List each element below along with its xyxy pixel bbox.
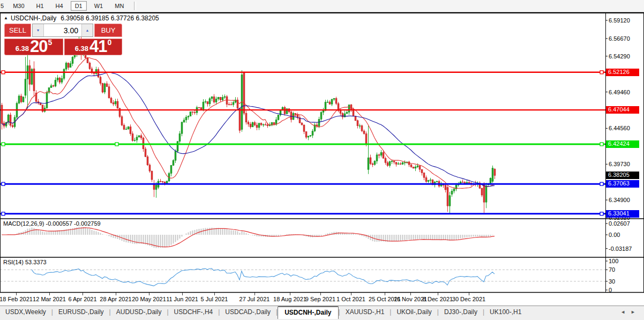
date-tick-label: 28 Apr 2021 <box>100 296 131 302</box>
date-tick-label: 9 Sep 2021 <box>305 296 335 302</box>
date-tick-label: 12 Mar 2021 <box>33 296 66 302</box>
volume-input[interactable]: 3.00 <box>44 24 81 36</box>
price-tick-label: 6.34900 <box>609 197 630 203</box>
sell-price-display[interactable]: 6.38 20 5 <box>4 39 63 55</box>
rsi-value: 53.3373 <box>25 259 47 265</box>
date-tick-label: 16 Nov 2021 <box>394 296 427 302</box>
price-tick-label: 6.44560 <box>609 125 630 131</box>
level-price-label: 6.33041 <box>606 210 639 218</box>
macd-tick-label: 0.00 <box>609 232 620 238</box>
rsi-tick-label: 30 <box>609 278 615 285</box>
sell-price-pip-digit: 5 <box>48 38 53 47</box>
timeframe-button-h4[interactable]: H4 <box>51 1 68 11</box>
tab-usdcad-daily[interactable]: USDCAD-,Daily <box>220 306 276 317</box>
price-tick-label: 6.49460 <box>609 89 630 95</box>
tab-usdchf-h4[interactable]: USDCHF-,H4 <box>169 306 219 317</box>
chart-symbol-label: USDCNH-,Daily <box>11 14 56 22</box>
level-price-label: 6.37063 <box>606 180 639 188</box>
rsi-tick-label: 100 <box>609 258 618 264</box>
volume-spinner: ▼ 3.00 ▲ <box>32 24 93 37</box>
timeframe-button-5[interactable]: 5 <box>0 1 5 11</box>
chart-title: ▲USDCNH-,Daily6.39058 6.39185 6.37726 6.… <box>4 14 159 22</box>
buy-price-prefix: 6.38 <box>75 45 88 52</box>
sell-button[interactable]: SELL <box>4 24 31 37</box>
price-tick-label: 6.56670 <box>609 35 630 42</box>
tab-eurusd-daily[interactable]: EURUSD-,Daily <box>53 306 109 317</box>
rsi-label: RSI(14) 53.3373 <box>3 259 47 265</box>
date-tick-label: 8 Dec 2021 <box>423 296 453 302</box>
current-price-label: 6.38205 <box>606 172 639 179</box>
date-tick-label: 11 Jun 2021 <box>166 296 198 302</box>
trading-terminal: 5M30H1H4D1W1MN ▲USDCNH-,Daily6.39058 6.3… <box>0 0 644 320</box>
chart-tabs-bar: USDX,Weekly|EURUSD-,Daily|AUDUSD-,Daily|… <box>0 306 644 320</box>
date-tick-label: 20 May 2021 <box>132 296 166 302</box>
tab-dj30-daily[interactable]: DJ30-,Daily <box>439 306 483 317</box>
sell-price-prefix: 6.38 <box>16 45 29 52</box>
price-tick-label: 6.59120 <box>609 17 630 24</box>
buy-price-big-digits: 41 <box>89 40 107 54</box>
macd-label: MACD(12,26,9) -0.000557 -0.002759 <box>3 220 101 227</box>
chart-ohlc-values: 6.39058 6.39185 6.37726 6.38205 <box>61 14 159 22</box>
timeframe-toolbar: 5M30H1H4D1W1MN <box>0 0 644 12</box>
buy-price-display[interactable]: 6.38 41 0 <box>64 39 122 55</box>
date-tick-label: 5 Jul 2021 <box>201 296 228 302</box>
timeframe-button-w1[interactable]: W1 <box>90 1 108 11</box>
level-price-label: 6.52126 <box>606 69 639 76</box>
volume-decrease-button[interactable]: ▼ <box>33 24 44 36</box>
timeframe-button-h1[interactable]: H1 <box>32 1 48 11</box>
timeframe-button-m30[interactable]: M30 <box>9 1 28 11</box>
tab-audusd-daily[interactable]: AUDUSD-,Daily <box>111 306 167 317</box>
level-price-label: 6.42424 <box>606 140 639 148</box>
tab-scroll-left-icon[interactable]: ◄ <box>620 309 631 315</box>
macd-tick-label: -0.03187 <box>609 245 632 252</box>
tab-usdx-weekly[interactable]: USDX,Weekly <box>0 306 51 317</box>
one-click-trade-panel: SELL ▼ 3.00 ▲ BUY 6.38 20 5 6.38 41 0 <box>4 24 122 55</box>
chart-window-border <box>0 12 644 13</box>
date-tick-label: 1 Oct 2021 <box>336 296 365 302</box>
tab-usdcnh-daily[interactable]: USDCNH-,Daily <box>278 306 338 319</box>
macd-values: -0.000557 -0.002759 <box>46 220 100 227</box>
level-price-label: 6.47044 <box>606 106 639 114</box>
volume-increase-button[interactable]: ▲ <box>81 24 93 36</box>
tab-xauusd-h1[interactable]: XAUUSD-,H1 <box>340 306 390 317</box>
collapse-trade-panel-icon[interactable]: ▲ <box>4 16 8 20</box>
rsi-tick-label: 0 <box>609 287 612 293</box>
macd-tick-label: 0.02607 <box>609 220 630 227</box>
rsi-tick-label: 70 <box>609 266 615 273</box>
buy-price-pip-digit: 0 <box>108 38 112 47</box>
sell-price-big-digits: 20 <box>30 40 47 54</box>
timeframe-button-d1[interactable]: D1 <box>71 1 87 11</box>
date-tick-label: 6 Apr 2021 <box>68 296 96 302</box>
date-tick-label: 30 Dec 2021 <box>452 296 485 302</box>
buy-button[interactable]: BUY <box>94 24 122 37</box>
date-tick-label: 18 Aug 2021 <box>273 296 306 302</box>
price-tick-label: 6.54290 <box>609 53 630 59</box>
tab-uk100-h1[interactable]: UK100-,H1 <box>484 306 527 317</box>
toolbar-separator <box>134 2 136 10</box>
timeframe-button-mn[interactable]: MN <box>110 1 128 11</box>
tab-scroll-arrows: ◄► <box>620 309 641 315</box>
tab-scroll-right-icon[interactable]: ► <box>631 309 641 315</box>
price-tick-label: 6.39730 <box>609 161 630 167</box>
date-tick-label: 18 Feb 2021 <box>0 296 33 302</box>
date-tick-label: 27 Jul 2021 <box>239 296 270 302</box>
tab-ukoil-daily[interactable]: UKOil-,Daily <box>391 306 437 317</box>
